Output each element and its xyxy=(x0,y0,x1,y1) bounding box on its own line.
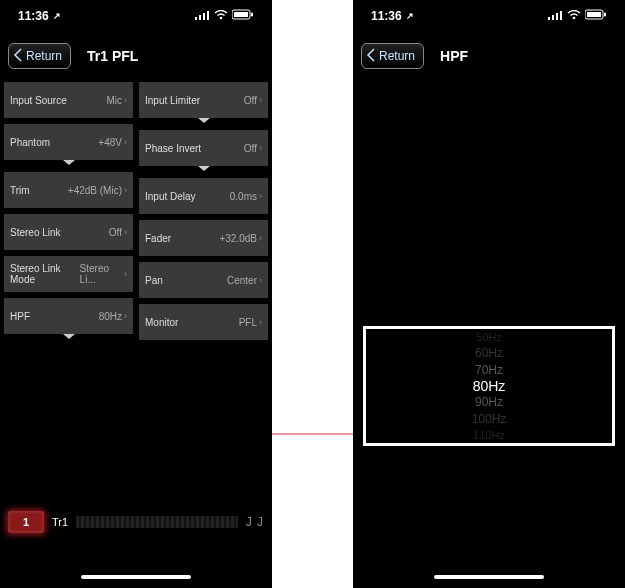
chevron-right-icon: › xyxy=(259,143,262,153)
setting-row-fader[interactable]: Fader+32.0dB› xyxy=(139,220,268,256)
chevron-right-icon: › xyxy=(124,95,127,105)
picker-item[interactable]: 90Hz xyxy=(475,394,503,410)
svg-rect-5 xyxy=(207,11,209,20)
wifi-icon xyxy=(214,9,228,23)
status-bar: 11:36 ↗ xyxy=(0,0,272,32)
chevron-right-icon: › xyxy=(124,227,127,237)
setting-label: HPF xyxy=(10,311,30,322)
expand-indicator-icon[interactable] xyxy=(4,334,133,340)
setting-label: Trim xyxy=(10,185,30,196)
svg-rect-9 xyxy=(251,13,253,17)
chevron-right-icon: › xyxy=(124,311,127,321)
hpf-picker[interactable]: 50Hz60Hz70Hz80Hz90Hz100Hz110Hz xyxy=(363,326,615,446)
return-button[interactable]: Return xyxy=(361,43,424,69)
setting-value: Off› xyxy=(109,227,127,238)
chevron-right-icon: › xyxy=(259,95,262,105)
setting-row-trim[interactable]: Trim+42dB (Mic)› xyxy=(4,172,133,208)
picker-item[interactable]: 100Hz xyxy=(472,410,507,426)
return-label: Return xyxy=(26,49,62,63)
svg-rect-10 xyxy=(548,17,550,20)
settings-col-b: Input LimiterOff›Phase InvertOff›Input D… xyxy=(139,82,268,340)
setting-row-input-limiter[interactable]: Input LimiterOff› xyxy=(139,82,268,118)
setting-row-phase-invert[interactable]: Phase InvertOff› xyxy=(139,130,268,166)
svg-rect-13 xyxy=(560,11,562,20)
setting-value: Center› xyxy=(227,275,262,286)
chevron-right-icon: › xyxy=(124,269,127,279)
setting-row-hpf[interactable]: HPF80Hz› xyxy=(4,298,133,334)
setting-value: Stereo Li...› xyxy=(80,263,127,285)
setting-label: Stereo Link Mode xyxy=(10,263,80,285)
battery-icon xyxy=(585,9,607,23)
chevron-right-icon: › xyxy=(259,275,262,285)
setting-label: Stereo Link xyxy=(10,227,61,238)
phone-right: 11:36 ↗ Return HPF 50Hz60Hz70Hz80Hz90Hz1… xyxy=(353,0,625,588)
home-indicator[interactable] xyxy=(81,575,191,579)
svg-rect-12 xyxy=(556,13,558,20)
setting-value: +48V› xyxy=(98,137,127,148)
picker-item[interactable]: 60Hz xyxy=(475,345,503,361)
svg-rect-4 xyxy=(203,13,205,20)
track-name: Tr1 xyxy=(52,516,68,528)
status-time: 11:36 xyxy=(371,9,402,23)
svg-rect-2 xyxy=(195,17,197,20)
svg-rect-11 xyxy=(552,15,554,20)
signal-icon xyxy=(548,9,563,23)
chevron-right-icon: › xyxy=(124,137,127,147)
chevron-left-icon xyxy=(366,48,376,65)
home-indicator[interactable] xyxy=(434,575,544,579)
setting-label: Input Limiter xyxy=(145,95,200,106)
picker-item[interactable]: 50Hz xyxy=(476,329,502,345)
track-nav-icon[interactable]: J J xyxy=(246,515,264,529)
expand-indicator-icon[interactable] xyxy=(139,118,268,124)
setting-row-stereo-link[interactable]: Stereo LinkOff› xyxy=(4,214,133,250)
status-bar: 11:36 ↗ xyxy=(353,0,625,32)
setting-row-input-delay[interactable]: Input Delay0.0ms› xyxy=(139,178,268,214)
nav-bar: Return HPF xyxy=(353,36,625,76)
phone-left: 11:36 ↗ Return Tr1 PFL Input SourceMic›P… xyxy=(0,0,272,588)
setting-value: Off› xyxy=(244,95,262,106)
setting-label: Phase Invert xyxy=(145,143,201,154)
chevron-left-icon xyxy=(13,48,23,65)
setting-value: Off› xyxy=(244,143,262,154)
setting-row-phantom[interactable]: Phantom+48V› xyxy=(4,124,133,160)
svg-rect-16 xyxy=(587,12,601,17)
picker-item[interactable]: 70Hz xyxy=(475,362,503,378)
battery-icon xyxy=(232,9,254,23)
return-button[interactable]: Return xyxy=(8,43,71,69)
chevron-right-icon: › xyxy=(259,317,262,327)
setting-row-monitor[interactable]: MonitorPFL› xyxy=(139,304,268,340)
level-meter xyxy=(76,516,238,528)
location-arrow-icon: ↗ xyxy=(406,11,414,21)
setting-label: Input Source xyxy=(10,95,67,106)
setting-row-pan[interactable]: PanCenter› xyxy=(139,262,268,298)
expand-indicator-icon[interactable] xyxy=(4,160,133,166)
page-title: HPF xyxy=(440,48,468,64)
chevron-right-icon: › xyxy=(259,233,262,243)
track-number-badge[interactable]: 1 xyxy=(8,511,44,533)
setting-label: Phantom xyxy=(10,137,50,148)
setting-value: +42dB (Mic)› xyxy=(68,185,127,196)
setting-value: 0.0ms› xyxy=(230,191,262,202)
svg-rect-8 xyxy=(234,12,248,17)
svg-rect-17 xyxy=(604,13,606,17)
settings-col-a: Input SourceMic›Phantom+48V›Trim+42dB (M… xyxy=(4,82,133,340)
svg-point-6 xyxy=(220,17,223,20)
wifi-icon xyxy=(567,9,581,23)
settings-columns: Input SourceMic›Phantom+48V›Trim+42dB (M… xyxy=(0,76,272,340)
setting-value: Mic› xyxy=(106,95,127,106)
expand-indicator-icon[interactable] xyxy=(139,166,268,172)
setting-label: Monitor xyxy=(145,317,178,328)
picker-item[interactable]: 80Hz xyxy=(473,378,506,394)
nav-bar: Return Tr1 PFL xyxy=(0,36,272,76)
svg-rect-3 xyxy=(199,15,201,20)
setting-value: 80Hz› xyxy=(99,311,127,322)
signal-icon xyxy=(195,9,210,23)
picker-item[interactable]: 110Hz xyxy=(473,427,505,443)
track-strip: 1 Tr1 J J xyxy=(0,508,272,536)
setting-label: Pan xyxy=(145,275,163,286)
chevron-right-icon: › xyxy=(259,191,262,201)
location-arrow-icon: ↗ xyxy=(53,11,61,21)
setting-row-stereo-link-mode[interactable]: Stereo Link ModeStereo Li...› xyxy=(4,256,133,292)
setting-value: +32.0dB› xyxy=(219,233,262,244)
setting-row-input-source[interactable]: Input SourceMic› xyxy=(4,82,133,118)
